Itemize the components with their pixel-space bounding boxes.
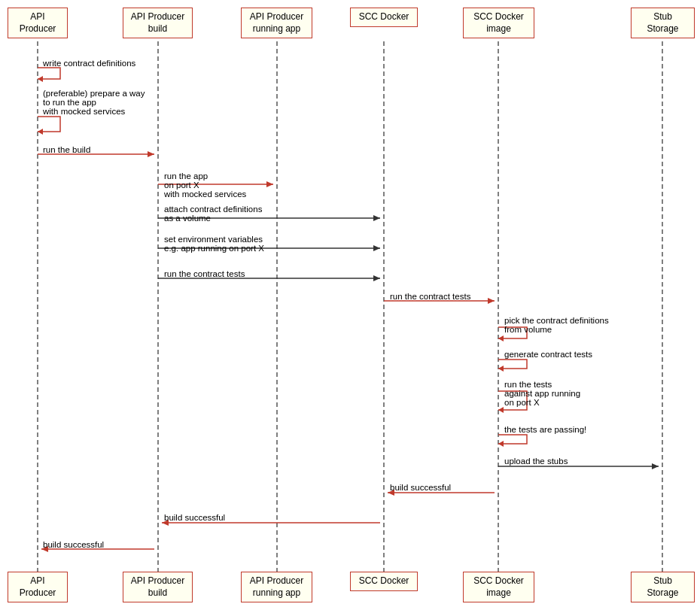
msg-run-contract-tests-2: run the contract tests bbox=[390, 292, 470, 301]
actor-stub-storage-bottom: Stub Storage bbox=[631, 572, 695, 602]
svg-marker-23 bbox=[498, 441, 504, 447]
actor-scc-docker-image-top: SCC Dockerimage bbox=[463, 8, 534, 38]
svg-marker-9 bbox=[148, 151, 154, 157]
msg-tests-passing: the tests are passing! bbox=[504, 425, 586, 434]
svg-marker-7 bbox=[38, 129, 43, 135]
svg-marker-6 bbox=[38, 76, 43, 82]
svg-marker-17 bbox=[373, 275, 380, 281]
sequence-diagram: API Producer API Producerbuild API Produ… bbox=[0, 0, 700, 613]
svg-marker-19 bbox=[488, 298, 495, 304]
msg-build-successful-2: build successful bbox=[164, 513, 225, 522]
actor-api-producer-top: API Producer bbox=[8, 8, 68, 38]
svg-marker-21 bbox=[498, 366, 504, 372]
actor-scc-docker-bottom: SCC Docker bbox=[350, 572, 418, 591]
actor-api-producer-bottom: API Producer bbox=[8, 572, 68, 602]
msg-prepare: (preferable) prepare a wayto run the app… bbox=[43, 89, 145, 116]
svg-marker-15 bbox=[373, 245, 380, 251]
msg-upload-stubs: upload the stubs bbox=[504, 457, 568, 466]
msg-attach-contract: attach contract definitionsas a volume bbox=[164, 205, 262, 223]
msg-generate: generate contract tests bbox=[504, 350, 592, 359]
msg-build-successful-3: build successful bbox=[43, 540, 104, 549]
msg-set-env: set environment variablese.g. app runnin… bbox=[164, 235, 264, 253]
svg-marker-11 bbox=[266, 181, 273, 187]
svg-marker-20 bbox=[498, 335, 504, 341]
actor-api-producer-build-top: API Producerbuild bbox=[123, 8, 193, 38]
actor-api-producer-running-top: API Producerrunning app bbox=[241, 8, 312, 38]
msg-run-contract-tests: run the contract tests bbox=[164, 269, 245, 278]
msg-build-successful-1: build successful bbox=[390, 483, 451, 492]
actor-api-producer-running-bottom: API Producerrunning app bbox=[241, 572, 312, 602]
svg-marker-25 bbox=[652, 463, 659, 469]
svg-marker-22 bbox=[498, 407, 504, 413]
actor-scc-docker-top: SCC Docker bbox=[350, 8, 418, 27]
msg-run-tests: run the testsagainst app runningon port … bbox=[504, 380, 580, 407]
actor-stub-storage-top: Stub Storage bbox=[631, 8, 695, 38]
msg-run-build: run the build bbox=[43, 145, 90, 154]
msg-pick-contract: pick the contract definitionsfrom volume bbox=[504, 316, 609, 334]
msg-write-contract: write contract definitions bbox=[43, 59, 135, 68]
msg-run-app: run the appon port Xwith mocked services bbox=[164, 171, 246, 199]
actor-api-producer-build-bottom: API Producerbuild bbox=[123, 572, 193, 602]
svg-marker-13 bbox=[373, 215, 380, 221]
actor-scc-docker-image-bottom: SCC Dockerimage bbox=[463, 572, 534, 602]
